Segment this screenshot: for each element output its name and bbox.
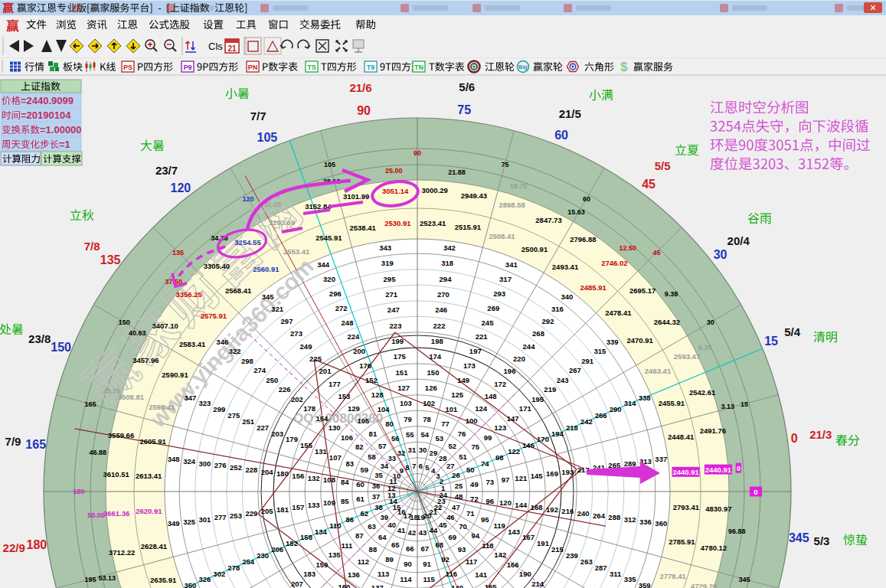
svg-text:2575.91: 2575.91 — [201, 312, 227, 320]
svg-text:135: 135 — [329, 550, 342, 559]
svg-text:228: 228 — [245, 466, 257, 474]
svg-text:221: 221 — [476, 332, 489, 341]
svg-text:2590.91: 2590.91 — [162, 371, 188, 379]
svg-text:86: 86 — [346, 515, 355, 524]
svg-text:119: 119 — [494, 521, 505, 530]
svg-text:215: 215 — [551, 545, 564, 554]
svg-text:251: 251 — [242, 417, 255, 426]
svg-text:201: 201 — [319, 367, 332, 375]
svg-text:122: 122 — [508, 447, 520, 456]
svg-text:151: 151 — [396, 368, 409, 377]
svg-text:75: 75 — [472, 443, 480, 451]
svg-text:36: 36 — [372, 482, 381, 490]
svg-text:46.88: 46.88 — [89, 449, 106, 456]
svg-text:3051.14: 3051.14 — [382, 187, 409, 195]
svg-text:50: 50 — [466, 466, 475, 474]
svg-text:319: 319 — [381, 259, 394, 267]
svg-text:2898.58: 2898.58 — [499, 201, 525, 209]
svg-text:95: 95 — [481, 515, 489, 524]
svg-text:175: 175 — [394, 352, 407, 361]
svg-text:89: 89 — [385, 555, 394, 564]
svg-text:203: 203 — [271, 430, 283, 438]
svg-text:2793.41: 2793.41 — [673, 503, 700, 511]
svg-text:263: 263 — [580, 557, 593, 566]
svg-text:316: 316 — [551, 305, 564, 313]
svg-text:79: 79 — [404, 415, 412, 423]
svg-text:318: 318 — [441, 259, 453, 267]
svg-text:180: 180 — [27, 538, 47, 551]
svg-text:272: 272 — [335, 304, 348, 312]
svg-text:182: 182 — [286, 539, 298, 547]
svg-text:3203.69: 3203.69 — [269, 218, 295, 227]
svg-text:105: 105 — [357, 416, 370, 425]
svg-text:2635.91: 2635.91 — [150, 576, 177, 584]
svg-text:287: 287 — [595, 564, 607, 572]
svg-text:117: 117 — [466, 557, 477, 566]
svg-text:2949.43: 2949.43 — [461, 191, 487, 200]
svg-text:23/7: 23/7 — [155, 164, 178, 177]
svg-text:6.25: 6.25 — [698, 344, 712, 351]
svg-text:181: 181 — [276, 505, 289, 514]
svg-text:96.88: 96.88 — [728, 528, 746, 535]
svg-text:230: 230 — [257, 551, 269, 560]
svg-text:37: 37 — [372, 492, 381, 501]
svg-text:135: 135 — [100, 253, 121, 266]
svg-text:111: 111 — [342, 541, 354, 550]
svg-text:118: 118 — [482, 541, 493, 550]
svg-text:224: 224 — [347, 332, 360, 341]
svg-text:3508.81: 3508.81 — [118, 393, 145, 401]
svg-text:112: 112 — [358, 557, 369, 566]
svg-text:194: 194 — [551, 430, 564, 438]
svg-text:74: 74 — [481, 459, 489, 468]
svg-text:0: 0 — [791, 432, 798, 445]
svg-text:45: 45 — [439, 521, 447, 529]
svg-text:302: 302 — [213, 570, 225, 578]
svg-text:3610.51: 3610.51 — [103, 470, 130, 479]
svg-text:15.63: 15.63 — [567, 208, 585, 216]
svg-text:28: 28 — [439, 454, 447, 462]
svg-text:150: 150 — [427, 368, 440, 377]
svg-text:82: 82 — [355, 443, 364, 451]
svg-text:55: 55 — [406, 430, 414, 439]
svg-text:269: 269 — [487, 304, 499, 312]
svg-text:57: 57 — [378, 442, 387, 450]
svg-text:121: 121 — [515, 474, 528, 482]
svg-text:293: 293 — [493, 289, 505, 298]
svg-text:183: 183 — [303, 570, 315, 578]
svg-text:5/5: 5/5 — [655, 159, 671, 172]
svg-text:114: 114 — [400, 575, 412, 583]
svg-text:2508.41: 2508.41 — [489, 232, 515, 240]
svg-text:30: 30 — [707, 318, 714, 326]
svg-text:297: 297 — [281, 317, 293, 325]
svg-text:190: 190 — [519, 570, 531, 578]
svg-text:99: 99 — [484, 433, 492, 442]
svg-text:120: 120 — [242, 195, 253, 203]
svg-text:197: 197 — [469, 347, 482, 355]
svg-text:7/7: 7/7 — [250, 109, 266, 122]
svg-text:225: 225 — [309, 354, 322, 363]
svg-text:148: 148 — [485, 392, 497, 400]
svg-text:5/4: 5/4 — [784, 325, 801, 338]
svg-text:220: 220 — [513, 354, 525, 363]
svg-text:2470.91: 2470.91 — [627, 336, 654, 345]
svg-text:2605.91: 2605.91 — [140, 437, 167, 446]
svg-text:25.00: 25.00 — [385, 167, 403, 175]
svg-text:31: 31 — [408, 446, 417, 454]
svg-text:3101.99: 3101.99 — [343, 192, 369, 201]
svg-text:3712.22: 3712.22 — [109, 548, 135, 557]
svg-text:=1.00000: =1.00000 — [40, 124, 82, 136]
svg-text:101: 101 — [445, 405, 458, 413]
svg-text:5: 5 — [425, 463, 430, 472]
svg-text:128: 128 — [371, 390, 384, 399]
svg-text:2560.91: 2560.91 — [253, 265, 280, 273]
svg-text:254: 254 — [242, 557, 255, 566]
svg-text:120: 120 — [499, 498, 512, 507]
svg-text:348: 348 — [168, 455, 180, 463]
svg-text:43.75: 43.75 — [103, 387, 121, 395]
svg-text:207: 207 — [291, 580, 303, 588]
svg-text:18.75: 18.75 — [510, 182, 528, 190]
svg-text:240: 240 — [577, 509, 590, 518]
svg-text:127: 127 — [397, 384, 410, 392]
svg-text:166: 166 — [507, 560, 519, 569]
svg-text:TN: TN — [414, 64, 423, 71]
